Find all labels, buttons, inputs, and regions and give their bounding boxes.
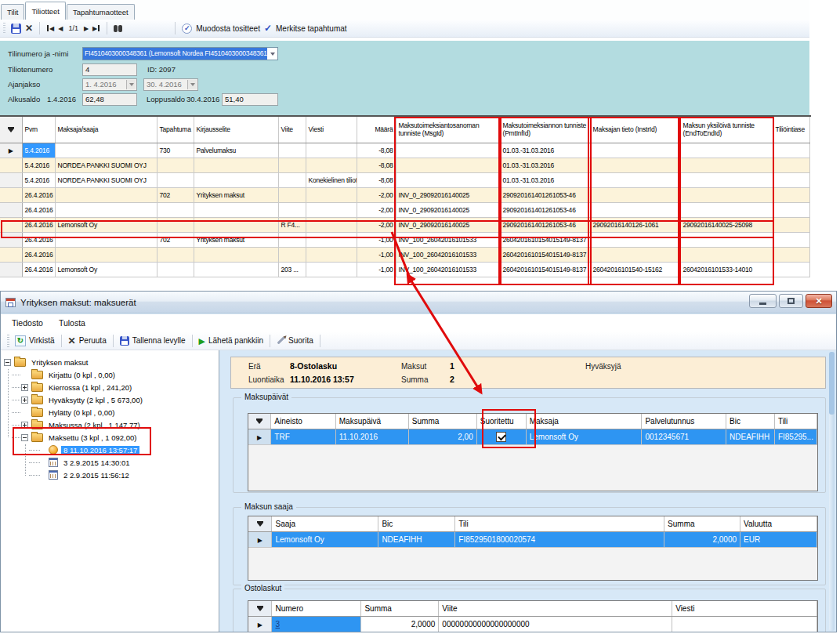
tree-item[interactable]: Kierrossa (1 kpl , 241,20): [1, 381, 219, 393]
column-header-maksaja[interactable]: Maksaja/saaja: [55, 117, 157, 143]
cell-viite[interactable]: 203 ...: [278, 262, 306, 277]
nav-last-button[interactable]: ▶: [92, 25, 100, 32]
cell-suoritettu[interactable]: [476, 429, 526, 444]
cell-instrid[interactable]: [590, 187, 680, 202]
cell-endtoendid[interactable]: [680, 158, 773, 172]
cell-msgid[interactable]: INV_0_29092016140025: [396, 217, 500, 232]
cell-tapahtuma[interactable]: [157, 217, 194, 232]
cell-viesti[interactable]: [306, 262, 357, 277]
row-selector[interactable]: ▶: [248, 616, 272, 632]
send-to-bank-button[interactable]: ▶Lähetä pankkiin: [199, 336, 264, 346]
cell-maara[interactable]: -1,00: [357, 232, 396, 247]
cell-viesti[interactable]: Konekielinen tiliot...: [306, 172, 357, 187]
cell-kirjausselite[interactable]: [194, 202, 278, 217]
nav-next-button[interactable]: ▶: [84, 25, 89, 32]
cell-instrid[interactable]: [590, 143, 680, 158]
minimize-button[interactable]: [749, 294, 777, 308]
cell-instrid[interactable]: [590, 232, 680, 247]
delete-icon[interactable]: ✕: [25, 24, 33, 34]
tree-item[interactable]: 2 2.9.2015 11:56:12: [1, 469, 219, 481]
cell-msgid[interactable]: [396, 172, 500, 187]
cell-viesti[interactable]: [306, 247, 357, 262]
cell-tapahtuma[interactable]: [157, 172, 194, 187]
tree-item[interactable]: Yrityksen maksut: [1, 356, 219, 368]
cell-kirjausselite[interactable]: [194, 158, 278, 172]
cell-maara[interactable]: -2,00: [357, 187, 396, 202]
cell-endtoendid[interactable]: [680, 143, 773, 158]
cell-viite[interactable]: [278, 158, 306, 172]
tab-tapahtumaotteet[interactable]: Tapahtumaotteet: [67, 4, 135, 20]
column-header-endtoendid[interactable]: Maksun yksilöivä tunniste (EndToEndId): [680, 117, 773, 143]
cell-tapahtuma[interactable]: [157, 247, 194, 262]
tree-expander[interactable]: [21, 434, 28, 441]
cell-viesti[interactable]: [306, 202, 357, 217]
cell-kirjausselite[interactable]: Yrityksen maksut: [194, 187, 278, 202]
cell-tiliointi[interactable]: [773, 187, 809, 202]
row-selector[interactable]: ▶: [248, 429, 271, 444]
cell-pvm[interactable]: 26.4.2016: [22, 187, 55, 202]
column-header-pvm[interactable]: Pvm: [22, 117, 55, 143]
payment-window-titlebar[interactable]: Yrityksen maksut: maksuerät ✕: [1, 292, 836, 313]
cell-viesti[interactable]: [306, 143, 357, 158]
cell-viite[interactable]: [278, 172, 306, 187]
cell-summa[interactable]: 2,0000: [664, 531, 740, 547]
maximize-button[interactable]: [779, 294, 803, 308]
tree-item[interactable]: Hyväksytty (2 kpl , 5 673,00): [1, 393, 219, 406]
cell-maksaja[interactable]: [55, 247, 157, 262]
cell-instrid[interactable]: 29092016140126-1061: [590, 217, 680, 232]
cell-tiliointi[interactable]: [773, 202, 809, 217]
cell-viesti[interactable]: [672, 616, 817, 632]
cell-maksaja[interactable]: NORDEA PANKKI SUOMI OYJ: [55, 158, 157, 172]
cell-viite[interactable]: R F4...: [278, 217, 306, 232]
cell-pmtinfid[interactable]: 290920161401261053-46: [500, 202, 590, 217]
cell-viite[interactable]: [278, 143, 306, 158]
column-header-viite[interactable]: Viite: [439, 601, 672, 616]
cell-maksaja[interactable]: [55, 187, 157, 202]
cell-instrid[interactable]: [590, 158, 680, 172]
row-selector[interactable]: [0, 158, 22, 172]
cell-maksaja[interactable]: [55, 202, 157, 217]
cell-pvm[interactable]: 26.4.2016: [22, 202, 55, 217]
column-header-pmtinfid[interactable]: Maksutoimeksiannon tunniste (PmtInfId): [500, 117, 590, 143]
execute-button[interactable]: Suorita: [277, 336, 313, 345]
calendar-dropdown-icon[interactable]: [187, 80, 197, 89]
tree-item[interactable]: Hylätty (0 kpl , 0,00): [1, 406, 219, 418]
nav-prev-button[interactable]: ◀: [58, 25, 63, 32]
cell-maara[interactable]: -8,08: [357, 172, 396, 187]
row-selector[interactable]: [0, 217, 22, 232]
cell-viesti[interactable]: [306, 158, 357, 172]
tree-item[interactable]: 3 2.9.2015 14:30:01: [1, 456, 219, 469]
closing-balance-field[interactable]: 51,40: [222, 93, 278, 106]
cell-maksaja[interactable]: [55, 143, 157, 158]
cell-msgid[interactable]: INV_100_26042016101533: [396, 232, 500, 247]
column-header-valuutta[interactable]: Valuutta: [740, 516, 817, 531]
column-header-bic[interactable]: Bic: [378, 516, 455, 531]
tree-expander[interactable]: [4, 359, 11, 366]
column-header-msgid[interactable]: Maksutoimeksiantosanoman tunniste (MsgId…: [396, 117, 500, 143]
column-header-tili[interactable]: Tili: [774, 414, 816, 429]
cell-kirjausselite[interactable]: [194, 217, 278, 232]
column-header-tapahtuma[interactable]: Tapahtuma: [157, 117, 194, 143]
column-header-maksaja[interactable]: Maksaja: [526, 414, 642, 429]
cell-tapahtuma[interactable]: [157, 262, 194, 277]
cell-bic[interactable]: NDEAFIHH: [726, 429, 775, 444]
menu-tiedosto[interactable]: Tiedosto: [4, 316, 51, 330]
filter-header[interactable]: [248, 516, 272, 531]
cell-saaja[interactable]: Lemonsoft Oy: [272, 531, 378, 547]
cell-tapahtuma[interactable]: [157, 202, 194, 217]
cell-maara[interactable]: -8,08: [357, 158, 396, 172]
cell-instrid[interactable]: [590, 202, 680, 217]
cell-pvm[interactable]: 5.4.2016: [22, 172, 55, 187]
column-header-palvelutunnus[interactable]: Palvelutunnus: [642, 414, 726, 429]
cell-endtoendid[interactable]: [680, 172, 773, 187]
scrollbar[interactable]: [829, 352, 835, 631]
account-combo[interactable]: FI4510403000348361 (Lemonsoft Nordea FI4…: [82, 47, 278, 60]
cell-maksupaiva[interactable]: 11.10.2016: [335, 429, 408, 444]
cell-tili[interactable]: FI85295...: [774, 429, 816, 444]
cell-summa[interactable]: 2,00: [408, 429, 476, 444]
cell-pmtinfid[interactable]: 290920161401261053-46: [500, 217, 590, 232]
cell-pvm[interactable]: 26.4.2016: [22, 217, 55, 232]
cell-kirjausselite[interactable]: Yrityksen maksut: [194, 232, 278, 247]
cell-pvm[interactable]: 5.4.2016: [22, 143, 55, 158]
cell-aineisto[interactable]: TRF: [271, 429, 335, 444]
